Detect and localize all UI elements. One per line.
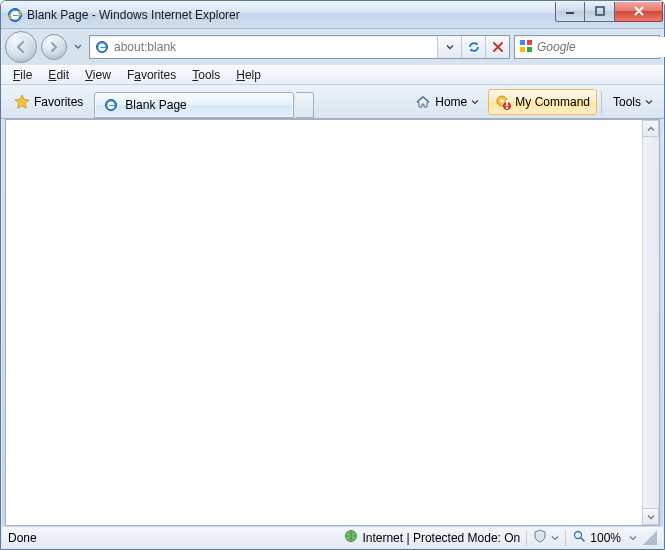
star-icon — [14, 94, 30, 110]
maximize-button[interactable] — [585, 2, 615, 22]
gear-alert-icon: ! — [495, 94, 511, 110]
menu-edit[interactable]: Edit — [40, 67, 77, 83]
search-input[interactable] — [537, 37, 665, 57]
zoom-text: 100% — [590, 531, 621, 545]
menu-view[interactable]: View — [77, 67, 119, 83]
scroll-down-button[interactable] — [642, 508, 659, 525]
svg-rect-6 — [527, 40, 532, 45]
favorites-label: Favorites — [34, 95, 83, 109]
refresh-button[interactable] — [461, 36, 485, 58]
stop-button[interactable] — [485, 36, 509, 58]
status-text: Done — [8, 531, 37, 545]
nav-bar — [1, 29, 664, 65]
zoom-control[interactable]: 100% — [572, 527, 637, 548]
chevron-down-icon — [446, 43, 454, 51]
home-dropdown[interactable] — [471, 98, 479, 106]
status-divider — [526, 530, 527, 546]
address-input[interactable] — [114, 37, 437, 57]
chevron-down-icon — [647, 513, 655, 521]
ie-page-icon — [103, 97, 119, 113]
search-box[interactable] — [514, 35, 660, 59]
home-label: Home — [435, 95, 467, 109]
tools-button[interactable]: Tools — [606, 89, 660, 115]
arrow-right-icon — [48, 41, 60, 53]
status-left: Done — [8, 527, 37, 548]
zone-text: Internet | Protected Mode: On — [362, 531, 520, 545]
svg-rect-8 — [527, 47, 532, 52]
menu-file[interactable]: File — [5, 67, 40, 83]
forward-button[interactable] — [41, 34, 67, 60]
page-icon — [94, 39, 110, 55]
window-controls — [555, 2, 663, 22]
status-bar: Done Internet | Protected Mode: On — [2, 526, 663, 548]
chevron-down-icon — [629, 534, 637, 542]
address-bar[interactable] — [89, 35, 510, 59]
globe-icon — [344, 529, 358, 546]
tab-label: Blank Page — [125, 98, 186, 112]
chevron-up-icon — [647, 125, 655, 133]
svg-text:!: ! — [505, 97, 509, 110]
magnifier-icon — [572, 529, 586, 546]
shield-icon — [533, 529, 547, 546]
refresh-icon — [467, 40, 481, 54]
ie-icon — [7, 7, 23, 23]
stop-icon — [492, 41, 504, 53]
command-bar: Favorites Blank Page Home — [1, 85, 664, 119]
home-button[interactable]: Home — [408, 89, 486, 115]
chevron-down-icon — [645, 98, 653, 106]
google-icon — [519, 39, 533, 55]
menu-help[interactable]: Help — [228, 67, 269, 83]
window-frame: Blank Page - Windows Internet Explorer — [0, 0, 665, 550]
svg-rect-5 — [520, 40, 525, 45]
resize-grip[interactable] — [643, 531, 657, 545]
minimize-button[interactable] — [555, 2, 585, 22]
arrow-left-icon — [13, 39, 29, 55]
chevron-down-icon — [551, 534, 559, 542]
close-button[interactable] — [615, 2, 663, 22]
svg-rect-7 — [520, 47, 525, 52]
status-zone[interactable]: Internet | Protected Mode: On — [344, 527, 520, 548]
separator — [601, 91, 602, 113]
menu-bar: File Edit View Favorites Tools Help — [1, 65, 664, 85]
nav-history-dropdown[interactable] — [71, 31, 85, 63]
my-command-button[interactable]: ! My Command — [488, 89, 597, 115]
home-icon — [415, 94, 431, 110]
new-tab-button[interactable] — [296, 92, 314, 118]
back-button[interactable] — [5, 31, 37, 63]
my-command-label: My Command — [515, 95, 590, 109]
status-security[interactable] — [533, 527, 559, 548]
tools-label: Tools — [613, 95, 641, 109]
vertical-scrollbar[interactable] — [642, 120, 659, 525]
chevron-down-icon — [74, 43, 82, 51]
svg-rect-2 — [566, 12, 574, 14]
tab-active[interactable]: Blank Page — [94, 92, 294, 118]
title-bar[interactable]: Blank Page - Windows Internet Explorer — [1, 1, 664, 29]
menu-tools[interactable]: Tools — [184, 67, 228, 83]
svg-point-12 — [500, 99, 504, 103]
svg-rect-3 — [596, 7, 604, 15]
favorites-button[interactable]: Favorites — [5, 89, 92, 115]
address-dropdown[interactable] — [437, 36, 461, 58]
window-title: Blank Page - Windows Internet Explorer — [27, 8, 555, 22]
menu-favorites[interactable]: Favorites — [119, 67, 184, 83]
chevron-down-icon — [471, 98, 479, 106]
status-divider — [565, 530, 566, 546]
content-area — [5, 119, 660, 526]
scroll-up-button[interactable] — [642, 120, 659, 137]
